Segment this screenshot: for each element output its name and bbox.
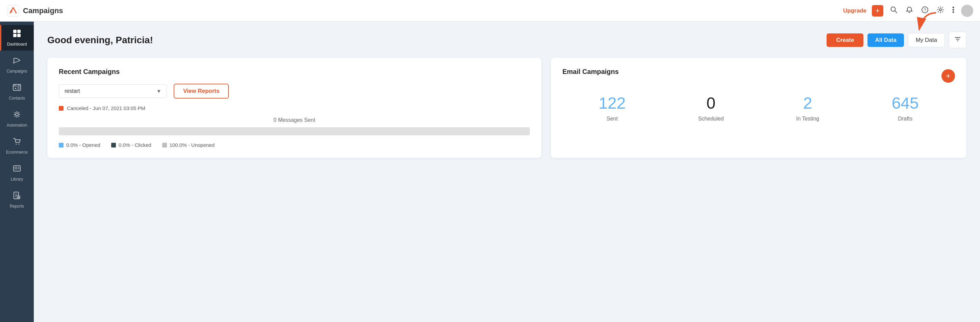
sidebar-contacts-label: Contacts [9, 96, 25, 101]
notifications-button[interactable] [904, 5, 915, 17]
svg-rect-18 [13, 84, 21, 90]
svg-point-10 [953, 11, 954, 13]
more-options-button[interactable] [951, 5, 956, 17]
campaign-dropdown-value: restart [65, 88, 80, 94]
stat-drafts-label: Drafts [898, 116, 912, 122]
stat-scheduled-value: 0 [706, 94, 715, 113]
create-button[interactable]: Create [827, 33, 864, 47]
stat-testing-label: In Testing [796, 116, 819, 122]
view-reports-button[interactable]: View Reports [174, 84, 229, 98]
svg-point-25 [16, 113, 18, 116]
email-campaigns-title: Email Campaigns [562, 68, 619, 76]
svg-point-1 [10, 11, 12, 13]
stat-drafts-value: 645 [892, 94, 919, 113]
canceled-status-dot [59, 106, 64, 111]
clicked-label: 0.0% - Clicked [119, 142, 151, 148]
legend-clicked: 0.0% - Clicked [111, 142, 151, 148]
sidebar-item-automation[interactable]: Automation [0, 106, 34, 132]
app-name: Campaigns [23, 6, 63, 15]
stat-sent-label: Sent [606, 116, 618, 122]
svg-point-27 [19, 144, 20, 145]
search-button[interactable] [889, 5, 899, 17]
sidebar-dashboard-label: Dashboard [7, 42, 27, 47]
svg-point-9 [953, 9, 954, 11]
sidebar-item-ecommerce[interactable]: Ecommerce [0, 133, 34, 159]
stat-scheduled: 0 Scheduled [698, 94, 724, 122]
recent-campaigns-card: Recent Campaigns restart ▼ View Reports … [47, 58, 541, 158]
settings-button[interactable] [935, 5, 945, 17]
dashboard-icon [13, 29, 21, 40]
legend-unopened: 100.0% - Unopened [162, 142, 215, 148]
cards-row: Recent Campaigns restart ▼ View Reports … [47, 58, 966, 158]
unopened-dot [162, 143, 167, 148]
main-layout: Dashboard Campaigns Contacts Automation [0, 22, 980, 322]
campaign-status: Canceled - Jun 07, 2021 03:05 PM [59, 105, 530, 111]
opened-dot [59, 143, 64, 148]
svg-rect-13 [17, 30, 21, 33]
clicked-dot [111, 143, 116, 148]
stat-scheduled-label: Scheduled [698, 116, 724, 122]
campaigns-icon [13, 56, 21, 67]
all-data-button[interactable]: All Data [867, 33, 904, 47]
opened-label: 0.0% - Opened [66, 142, 100, 148]
email-campaigns-card: Email Campaigns + 122 Sent 0 Scheduled 2… [551, 58, 966, 158]
email-add-button[interactable]: + [942, 69, 955, 83]
top-navigation: Campaigns Upgrade + ? [0, 0, 980, 22]
stat-testing-value: 2 [803, 94, 812, 113]
sidebar-automation-label: Automation [7, 123, 27, 128]
svg-rect-15 [17, 34, 21, 37]
svg-rect-12 [13, 30, 17, 33]
main-header: Good evening, Patricia! Create All Data … [47, 32, 966, 48]
sidebar-item-library[interactable]: Library [0, 160, 34, 186]
reports-icon [13, 191, 21, 202]
help-button[interactable]: ? [920, 5, 930, 17]
top-nav-right: Upgrade + ? [843, 5, 973, 17]
sidebar-library-label: Library [11, 177, 23, 182]
my-data-button[interactable]: My Data [908, 33, 945, 47]
page-greeting: Good evening, Patricia! [47, 35, 827, 46]
library-icon [13, 164, 21, 175]
sidebar-item-contacts[interactable]: Contacts [0, 79, 34, 105]
stat-drafts: 645 Drafts [892, 94, 919, 122]
sidebar-campaigns-label: Campaigns [7, 69, 27, 74]
sidebar-item-dashboard[interactable]: Dashboard [0, 25, 34, 51]
svg-rect-0 [8, 5, 19, 16]
stat-in-testing: 2 In Testing [796, 94, 819, 122]
svg-point-8 [953, 7, 954, 8]
stat-sent: 122 Sent [598, 94, 625, 122]
logo-icon [7, 5, 20, 17]
svg-point-29 [15, 167, 17, 169]
campaigns-controls: restart ▼ View Reports [59, 84, 530, 98]
chevron-down-icon: ▼ [156, 89, 161, 94]
sidebar-item-campaigns[interactable]: Campaigns [0, 52, 34, 78]
stat-sent-value: 122 [598, 94, 625, 113]
app-logo: Campaigns [7, 5, 63, 17]
svg-rect-14 [13, 34, 17, 37]
email-card-header: Email Campaigns + [562, 68, 955, 84]
avatar[interactable] [961, 5, 973, 17]
campaign-dropdown[interactable]: restart ▼ [59, 84, 167, 98]
sidebar-ecommerce-label: Ecommerce [6, 150, 28, 155]
contacts-icon [13, 83, 21, 94]
campaign-status-text: Canceled - Jun 07, 2021 03:05 PM [67, 105, 145, 111]
unopened-label: 100.0% - Unopened [170, 142, 215, 148]
main-content: Good evening, Patricia! Create All Data … [34, 22, 980, 322]
svg-point-17 [13, 62, 14, 63]
active-indicator [0, 25, 2, 51]
automation-icon [13, 110, 21, 121]
messages-sent-label: 0 Messages Sent [59, 117, 530, 123]
svg-point-7 [939, 9, 942, 11]
upgrade-button[interactable]: Upgrade [843, 8, 867, 14]
svg-point-22 [15, 88, 16, 89]
ecommerce-icon [13, 137, 21, 148]
sidebar: Dashboard Campaigns Contacts Automation [0, 22, 34, 322]
svg-line-3 [895, 11, 897, 13]
legend: 0.0% - Opened 0.0% - Clicked 100.0% - Un… [59, 142, 530, 148]
recent-campaigns-title: Recent Campaigns [59, 68, 530, 76]
svg-point-26 [16, 144, 17, 145]
add-square-button[interactable]: + [872, 5, 883, 17]
filter-button[interactable] [949, 32, 966, 48]
legend-opened: 0.0% - Opened [59, 142, 100, 148]
sidebar-item-reports[interactable]: Reports [0, 187, 34, 213]
sidebar-reports-label: Reports [10, 204, 24, 209]
